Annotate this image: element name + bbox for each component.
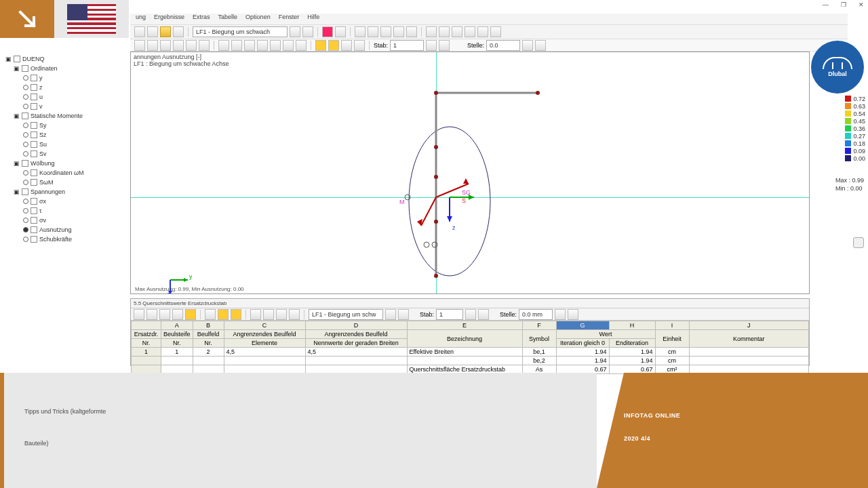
nav-prev-icon[interactable] — [555, 309, 566, 320]
tool-icon[interactable] — [244, 40, 255, 51]
nav-next-icon[interactable] — [302, 26, 313, 37]
tool-icon[interactable] — [289, 309, 300, 320]
table-loadcase-select[interactable]: LF1 - Biegung um schw — [309, 309, 383, 320]
menu-item[interactable]: Extras — [193, 14, 210, 24]
nav-prev-icon[interactable] — [465, 309, 476, 320]
tool-icon[interactable] — [439, 26, 450, 37]
language-flag[interactable] — [54, 0, 129, 38]
tool-icon[interactable] — [465, 26, 475, 37]
tool-icon[interactable] — [147, 40, 158, 51]
table-stelle-input[interactable]: 0.0 mm — [519, 309, 553, 320]
tool-icon[interactable] — [426, 26, 437, 37]
nav-prev-icon[interactable] — [522, 40, 533, 51]
menu-item[interactable]: Fenster — [279, 14, 300, 24]
video-banner: Tipps und Tricks (kaltgeformteBauteile) … — [0, 373, 868, 488]
tool-icon[interactable] — [134, 40, 145, 51]
tool-icon[interactable] — [250, 309, 261, 320]
menu-item[interactable]: ung — [136, 14, 146, 24]
tool-icon[interactable] — [393, 26, 404, 37]
tool-icon[interactable] — [147, 26, 158, 37]
graphics-canvas[interactable]: annungen Ausnutzung [-]LF1 : Biegung um … — [130, 52, 810, 294]
tool-icon[interactable] — [283, 40, 294, 51]
nav-next-icon[interactable] — [535, 40, 546, 51]
nav-prev-icon[interactable] — [385, 309, 396, 320]
tool-icon[interactable] — [173, 26, 184, 37]
tool-icon[interactable] — [380, 26, 391, 37]
svg-point-9 — [434, 274, 438, 278]
tool-icon[interactable] — [159, 309, 170, 320]
tool-icon[interactable] — [315, 40, 326, 51]
svg-point-18 — [405, 195, 410, 200]
table-stab-input[interactable]: 1 — [436, 309, 463, 320]
color-legend: 0.72 0.63 0.54 0.45 0.36 0.27 0.18 0.09 … — [845, 95, 865, 162]
stelle-input[interactable]: 0.0 — [486, 40, 520, 51]
menu-item[interactable]: Tabelle — [218, 14, 238, 24]
tool-icon[interactable] — [231, 40, 242, 51]
close-button[interactable]: ✕ — [859, 1, 864, 8]
loadcase-select[interactable]: LF1 - Biegung um schwach — [193, 26, 288, 37]
tool-icon[interactable] — [335, 26, 346, 37]
svg-text:S: S — [462, 197, 466, 204]
tool-icon[interactable] — [172, 309, 183, 320]
nav-next-icon[interactable] — [568, 309, 578, 320]
tool-icon[interactable] — [355, 26, 366, 37]
tool-icon[interactable] — [263, 309, 274, 320]
nav-prev-icon[interactable] — [290, 26, 300, 37]
table-toolbar: LF1 - Biegung um schw Stab: 1 Stelle: 0.… — [131, 308, 809, 321]
tool-icon[interactable] — [270, 40, 281, 51]
menu-item[interactable]: Ergebnisse — [154, 14, 184, 24]
nav-next-icon[interactable] — [398, 309, 409, 320]
dlubal-logo: Dlubal — [811, 41, 864, 94]
tool-icon[interactable] — [231, 309, 241, 320]
menu-bar: ung Ergebnisse Extras Tabelle Optionen F… — [130, 14, 848, 24]
tool-icon[interactable] — [160, 40, 171, 51]
tool-icon[interactable] — [477, 26, 488, 37]
tool-icon[interactable] — [218, 309, 229, 320]
secondary-toolbar: Stab: 1 Stelle: 0.0 — [130, 39, 848, 52]
tool-icon[interactable] — [185, 309, 196, 320]
tool-icon[interactable] — [199, 40, 210, 51]
data-grid[interactable]: ABCDEFGHIJ Ersatzdr.BeulsteifeBeulfeldAn… — [131, 321, 809, 374]
tool-icon[interactable] — [134, 26, 145, 37]
tool-icon[interactable] — [205, 309, 216, 320]
tool-icon[interactable] — [328, 40, 339, 51]
tool-icon[interactable] — [368, 26, 378, 37]
svg-point-20 — [424, 242, 429, 247]
window-controls: — ❐ ✕ — [823, 1, 864, 8]
nav-prev-icon[interactable] — [426, 40, 437, 51]
menu-item[interactable]: Hilfe — [307, 14, 319, 24]
tool-icon[interactable] — [406, 26, 417, 37]
stab-input[interactable]: 1 — [390, 40, 424, 51]
nav-next-icon[interactable] — [439, 40, 450, 51]
tool-icon[interactable] — [173, 40, 184, 51]
table-title: 5.5 Querschnittswerte Ersatzdruckstab — [131, 299, 809, 308]
tool-icon[interactable] — [452, 26, 462, 37]
banner-title-area: Tipps und Tricks (kaltgeformteBauteile) — [0, 373, 597, 488]
tool-icon[interactable] — [490, 26, 501, 37]
tool-icon[interactable] — [276, 309, 287, 320]
svg-point-6 — [434, 145, 438, 149]
tool-icon[interactable] — [134, 309, 144, 320]
maximize-button[interactable]: ❐ — [841, 1, 846, 8]
main-toolbar: LF1 - Biegung um schwach — [130, 24, 848, 39]
tool-icon[interactable] — [160, 26, 171, 37]
magnify-icon[interactable] — [853, 237, 864, 248]
tool-icon[interactable] — [296, 40, 307, 51]
tool-icon[interactable] — [218, 40, 229, 51]
svg-point-5 — [536, 91, 540, 95]
tool-icon[interactable] — [322, 26, 333, 37]
minimize-button[interactable]: — — [823, 1, 829, 8]
nav-next-icon[interactable] — [478, 309, 489, 320]
svg-text:z: z — [452, 224, 456, 231]
tool-icon[interactable] — [354, 40, 365, 51]
tool-icon[interactable] — [257, 40, 268, 51]
tool-icon[interactable] — [341, 40, 352, 51]
menu-item[interactable]: Optionen — [245, 14, 271, 24]
tool-icon[interactable] — [146, 309, 157, 320]
table-stab-label: Stab: — [420, 311, 434, 318]
navigator-tree[interactable]: ▣DUENQ ▣Ordinaten y z u v ▣Statische Mom… — [4, 54, 126, 298]
svg-point-8 — [434, 220, 438, 224]
banner-info-area: INFOTAG ONLINE2020 4/4 — [597, 373, 868, 488]
svg-text:M: M — [399, 199, 405, 205]
tool-icon[interactable] — [186, 40, 197, 51]
